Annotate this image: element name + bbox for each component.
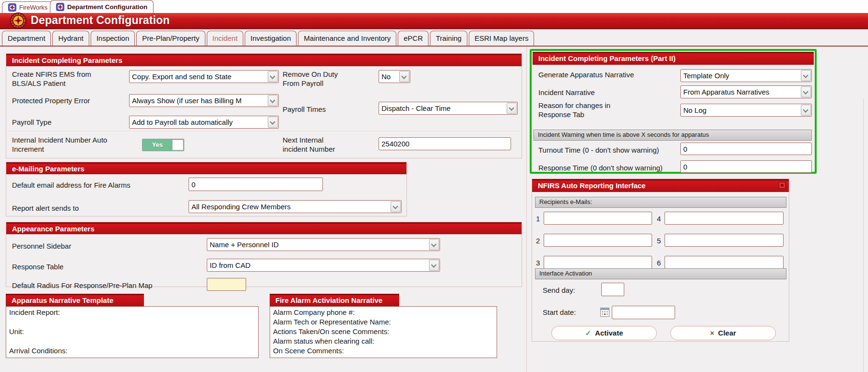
- nfirs-auto-reporting-panel: NFIRS Auto Reporting Interface Recipient…: [532, 179, 789, 342]
- chevron-down-icon: [268, 95, 278, 106]
- default-email-input[interactable]: [189, 178, 323, 191]
- panel-header: e-Mailing Parameters: [6, 162, 406, 174]
- red-square-icon[interactable]: [779, 182, 785, 189]
- recipient-email-input-3[interactable]: [544, 256, 652, 269]
- window-tab-label: FireWorks: [19, 4, 48, 11]
- apparatus-narrative-header: Apparatus Narrative Template: [6, 294, 144, 306]
- incident-completing-parameters-panel: Incident Completing Parameters Create NF…: [6, 53, 522, 158]
- x-icon: ×: [710, 329, 714, 337]
- report-alert-label: Report alert sends to: [12, 204, 79, 213]
- payroll-type-label: Payroll Type: [12, 118, 51, 127]
- highlighted-incident-parameters-part2-panel: Incident Completing Parameters (Part II)…: [530, 49, 817, 174]
- recipient-email-input-4[interactable]: [665, 212, 784, 225]
- protected-property-dropdown[interactable]: Always Show (if user has Billing M: [129, 94, 279, 107]
- fireworks-badge-icon: [8, 3, 16, 12]
- page-title: Department Configuration: [31, 14, 170, 27]
- turnout-time-label: Turnout Time (0 - don't show warning): [538, 145, 659, 155]
- incident-narrative-dropdown[interactable]: From Apparatus Narratives: [680, 85, 812, 98]
- response-time-input[interactable]: [680, 160, 812, 173]
- chevron-down-icon: [801, 86, 811, 97]
- chevron-down-icon: [429, 239, 439, 250]
- tab-incident[interactable]: Incident: [207, 31, 244, 46]
- chevron-down-icon: [268, 117, 278, 128]
- send-day-input[interactable]: [601, 283, 624, 296]
- title-bar: Department Configuration: [0, 13, 868, 29]
- window-tab-strip: FireWorks Department Configuration: [0, 0, 868, 13]
- recipient-number: 6: [657, 259, 661, 267]
- generate-apparatus-label: Generate Apparatus Narrative: [538, 70, 634, 79]
- chevron-down-icon: [801, 105, 811, 116]
- department-crest-icon: [10, 12, 27, 31]
- right-frame-border: [863, 98, 864, 372]
- recipient-number: 4: [657, 215, 661, 223]
- recipient-number: 5: [657, 237, 661, 245]
- fireworks-badge-icon: [56, 3, 64, 11]
- check-icon: ✓: [585, 329, 592, 337]
- send-day-label: Send day:: [543, 286, 575, 295]
- recipient-email-input-1[interactable]: [544, 212, 652, 225]
- panel-header: NFIRS Auto Reporting Interface: [532, 179, 789, 192]
- panel-header: Appearance Parameters: [6, 222, 522, 234]
- window-tab-fireworks[interactable]: FireWorks: [2, 1, 54, 13]
- recipient-number: 3: [536, 259, 540, 267]
- generate-apparatus-dropdown[interactable]: Template Only: [680, 69, 812, 82]
- recipient-number: 2: [536, 237, 540, 245]
- chevron-down-icon: [391, 201, 401, 212]
- calendar-icon[interactable]: [600, 308, 609, 319]
- fire-alarm-narrative-header: Fire Alarm Activiation Narrative: [270, 294, 399, 306]
- default-email-label: Default email address for Fire Alarms: [12, 180, 131, 190]
- chevron-down-icon: [507, 103, 517, 114]
- chevron-down-icon: [429, 260, 439, 271]
- remove-on-duty-label: Remove On Duty From Payroll: [283, 70, 355, 88]
- protected-property-label: Protected Property Error: [12, 96, 90, 105]
- tab-pre-plan-property[interactable]: Pre-Plan/Property: [136, 31, 205, 46]
- tab-maintenance-inventory[interactable]: Maintenance and Inventory: [298, 31, 396, 46]
- clear-button[interactable]: ×Clear: [670, 326, 776, 340]
- response-table-dropdown[interactable]: ID from CAD: [207, 259, 440, 272]
- create-nfirs-label: Create NFIRS EMS from BLS/ALS Patient: [12, 70, 122, 88]
- tab-department[interactable]: Department: [2, 31, 51, 46]
- incident-warning-subheader: Incident Warning when time is above X se…: [534, 130, 812, 141]
- window-tab-label: Department Configuration: [67, 3, 147, 11]
- create-nfirs-dropdown[interactable]: Copy. Export and send to State: [129, 70, 279, 83]
- recipient-email-input-6[interactable]: [665, 256, 784, 269]
- report-alert-dropdown[interactable]: All Responding Crew Members: [189, 200, 402, 213]
- default-radius-input[interactable]: [207, 278, 246, 291]
- tab-epcr[interactable]: ePCR: [398, 31, 428, 46]
- incident-narrative-label: Incident Narrative: [538, 88, 595, 97]
- auto-increment-toggle[interactable]: Yes: [142, 139, 184, 151]
- start-date-input[interactable]: [612, 306, 675, 319]
- tab-hydrant[interactable]: Hydrant: [52, 31, 89, 46]
- auto-increment-label: Internal Incident Number Auto Increment: [12, 135, 132, 154]
- tab-investigation[interactable]: Investigation: [245, 31, 297, 46]
- reason-changes-dropdown[interactable]: No Log: [680, 104, 812, 117]
- panel-header: Incident Completing Parameters: [6, 54, 522, 66]
- fire-alarm-narrative-textarea[interactable]: Alarm Company phone #: Alarm Tech or Rep…: [270, 306, 497, 358]
- toggle-knob: [172, 140, 183, 150]
- next-internal-input[interactable]: [379, 137, 511, 150]
- chevron-down-icon: [399, 71, 409, 82]
- payroll-type-dropdown[interactable]: Add to Payroll tab automatically: [129, 116, 279, 129]
- tab-esri-map-layers[interactable]: ESRI Map layers: [469, 31, 535, 46]
- response-time-label: Response Time (0 don't show warning): [538, 163, 663, 172]
- default-radius-label: Default Radius For Response/Pre-Plan Map: [12, 281, 153, 290]
- personnel-sidebar-dropdown[interactable]: Name + Personnel ID: [207, 238, 440, 251]
- payroll-times-label: Payroll Times: [283, 105, 326, 114]
- tab-inspection[interactable]: Inspection: [91, 31, 135, 46]
- appearance-parameters-panel: Appearance Parameters Personnel Sidebar …: [6, 222, 522, 287]
- divider: [7, 131, 521, 132]
- recipients-subheader: Recipients e-Mails:: [535, 197, 786, 208]
- response-table-label: Response Table: [12, 262, 63, 271]
- emailing-parameters-panel: e-Mailing Parameters Default email addre…: [6, 162, 407, 216]
- next-internal-label: Next Internal incident Number: [283, 135, 340, 154]
- recipient-email-input-2[interactable]: [544, 234, 652, 247]
- payroll-times-dropdown[interactable]: Dispatch - Clear Time: [379, 102, 518, 115]
- window-tab-department-configuration[interactable]: Department Configuration: [50, 0, 154, 13]
- recipient-email-input-5[interactable]: [665, 234, 784, 247]
- activate-button[interactable]: ✓Activate: [551, 326, 657, 340]
- turnout-time-input[interactable]: [680, 143, 812, 155]
- apparatus-narrative-textarea[interactable]: Incident Report: Unit: Arrival Condition…: [6, 306, 259, 358]
- remove-on-duty-dropdown[interactable]: No: [379, 70, 410, 83]
- tab-training[interactable]: Training: [430, 31, 467, 46]
- recipient-number: 1: [536, 215, 540, 223]
